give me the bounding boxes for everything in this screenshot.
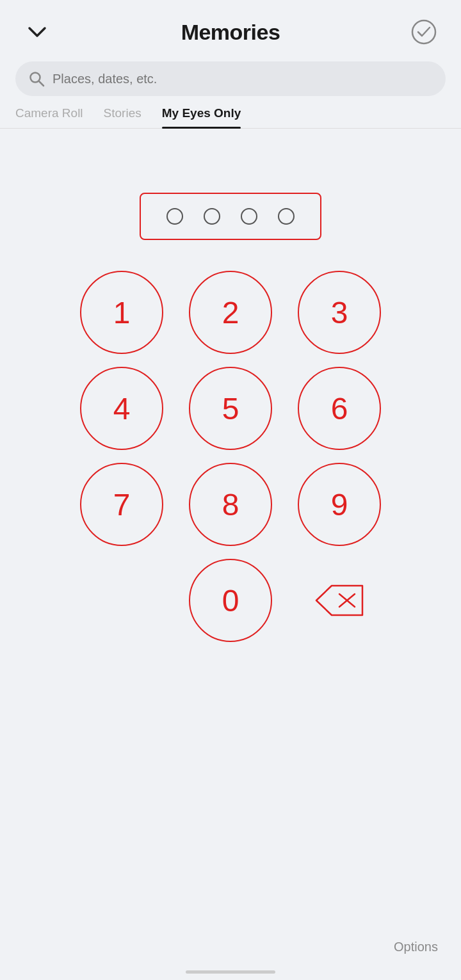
main-content: 1 2 3 4 5 6 7 8 9 0 xyxy=(0,129,461,980)
key-3[interactable]: 3 xyxy=(298,271,381,354)
numpad-row-4: 0 xyxy=(80,559,381,642)
search-bar[interactable] xyxy=(15,61,446,96)
key-8[interactable]: 8 xyxy=(189,463,272,546)
numpad: 1 2 3 4 5 6 7 8 9 0 xyxy=(80,271,381,642)
spacer xyxy=(80,559,163,642)
numpad-row-2: 4 5 6 xyxy=(80,367,381,450)
pin-dots-container xyxy=(140,193,321,240)
key-6[interactable]: 6 xyxy=(298,367,381,450)
key-2[interactable]: 2 xyxy=(189,271,272,354)
key-1[interactable]: 1 xyxy=(80,271,163,354)
backspace-button[interactable] xyxy=(298,559,381,642)
page-title: Memories xyxy=(181,20,280,45)
chevron-down-icon[interactable] xyxy=(23,18,51,46)
header: Memories xyxy=(0,0,461,56)
key-7[interactable]: 7 xyxy=(80,463,163,546)
svg-point-0 xyxy=(412,20,435,44)
search-input[interactable] xyxy=(53,72,433,86)
key-4[interactable]: 4 xyxy=(80,367,163,450)
tabs-bar: Camera Roll Stories My Eyes Only xyxy=(0,106,461,129)
pin-dot-1 xyxy=(166,208,183,225)
numpad-row-3: 7 8 9 xyxy=(80,463,381,546)
pin-dot-2 xyxy=(204,208,220,225)
check-select-icon[interactable] xyxy=(410,18,438,46)
search-bar-container xyxy=(0,56,461,106)
key-0[interactable]: 0 xyxy=(189,559,272,642)
options-link[interactable]: Options xyxy=(394,940,438,954)
tab-camera-roll[interactable]: Camera Roll xyxy=(15,106,83,128)
tab-my-eyes-only[interactable]: My Eyes Only xyxy=(162,106,241,128)
home-indicator xyxy=(186,970,275,974)
pin-dot-4 xyxy=(278,208,295,225)
svg-line-2 xyxy=(39,81,44,86)
key-5[interactable]: 5 xyxy=(189,367,272,450)
key-9[interactable]: 9 xyxy=(298,463,381,546)
tab-stories[interactable]: Stories xyxy=(104,106,142,128)
search-icon xyxy=(28,70,45,87)
numpad-row-1: 1 2 3 xyxy=(80,271,381,354)
pin-dot-3 xyxy=(241,208,257,225)
